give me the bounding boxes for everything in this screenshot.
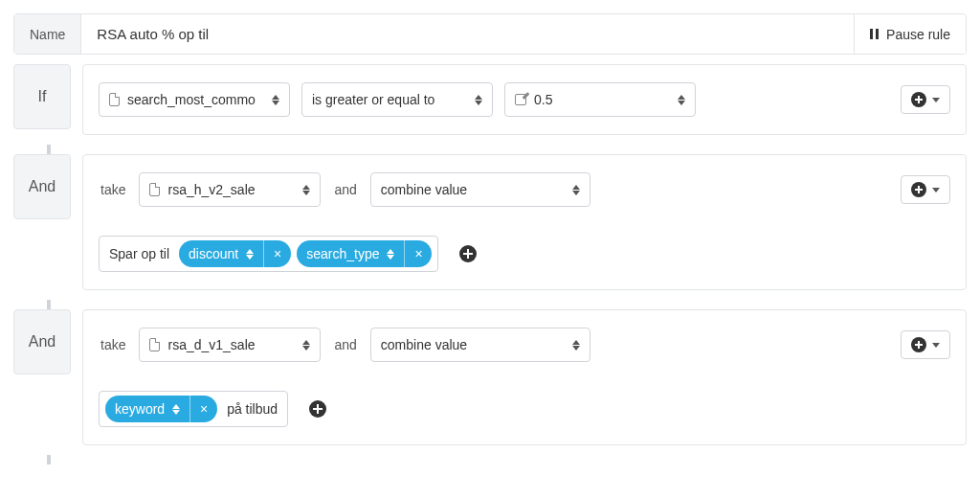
chip-keyword[interactable]: keyword × — [105, 396, 217, 422]
chip-label: search_type — [306, 246, 379, 261]
plus-icon — [911, 182, 926, 197]
sort-icon — [475, 95, 482, 105]
sort-icon — [387, 249, 394, 260]
rule-tag-and: And — [13, 154, 71, 219]
take-field-value: rsa_d_v1_sale — [167, 337, 255, 352]
sort-icon — [246, 249, 254, 260]
rule-body-and-1: take rsa_h_v2_sale and combine value — [82, 154, 967, 290]
pause-rule-button[interactable]: Pause rule — [854, 14, 966, 54]
action-select[interactable]: combine value — [370, 172, 590, 207]
rule-editor: Name Pause rule If search_most_commo is … — [13, 13, 967, 464]
rule-block-and-2: And take rsa_d_v1_sale and combine value — [13, 309, 967, 445]
file-icon — [149, 338, 160, 351]
sort-icon — [172, 404, 180, 415]
token-suffix: på tilbud — [223, 401, 281, 417]
chip-discount[interactable]: discount × — [179, 240, 291, 267]
token-prefix: Spar op til — [105, 246, 173, 261]
condition-field-select[interactable]: search_most_commo — [99, 82, 290, 117]
token-row[interactable]: Spar op til discount × search_type — [99, 236, 438, 272]
sort-icon — [302, 185, 310, 195]
name-label: Name — [14, 14, 81, 54]
connector-row — [13, 145, 967, 154]
chip-label: discount — [189, 246, 238, 261]
chip-label: keyword — [115, 401, 165, 417]
action-value: combine value — [381, 337, 467, 352]
condition-value-select[interactable]: 0.5 — [504, 82, 696, 117]
add-condition-button[interactable] — [901, 85, 950, 114]
plus-icon — [911, 92, 926, 107]
take-field-value: rsa_h_v2_sale — [167, 182, 255, 197]
action-value: combine value — [381, 182, 467, 197]
plus-icon — [459, 245, 477, 262]
sort-icon — [572, 185, 580, 195]
caret-down-icon — [932, 343, 940, 348]
sort-icon — [302, 340, 310, 351]
rule-tag-if: If — [13, 64, 71, 129]
take-field-select[interactable]: rsa_d_v1_sale — [139, 328, 321, 362]
add-action-button[interactable] — [901, 175, 950, 204]
token-line: Spar op til discount × search_type — [99, 236, 950, 272]
plus-icon — [309, 400, 326, 418]
caret-down-icon — [932, 188, 940, 192]
token-line: keyword × på tilbud — [99, 391, 950, 427]
edit-icon — [515, 94, 526, 105]
connector-line — [47, 145, 51, 154]
condition-value: 0.5 — [534, 92, 552, 107]
chip-remove-button[interactable]: × — [264, 240, 291, 267]
file-icon — [149, 183, 160, 196]
connector-line — [47, 455, 51, 464]
pause-rule-label: Pause rule — [886, 27, 950, 42]
take-field-select[interactable]: rsa_h_v2_sale — [139, 172, 321, 207]
rule-tag-and: And — [13, 309, 71, 374]
name-input-wrap — [81, 14, 854, 54]
chip-search-type[interactable]: search_type × — [297, 240, 432, 267]
token-row[interactable]: keyword × på tilbud — [99, 391, 288, 427]
add-token-button[interactable] — [309, 400, 326, 418]
plus-icon — [911, 337, 926, 352]
action-select[interactable]: combine value — [370, 328, 590, 362]
sort-icon — [572, 340, 580, 351]
name-row: Name Pause rule — [13, 13, 967, 55]
add-action-button[interactable] — [901, 330, 950, 359]
connector-row — [13, 300, 967, 309]
add-token-button[interactable] — [459, 245, 477, 262]
take-line: take rsa_d_v1_sale and combine value — [99, 328, 950, 362]
sort-icon — [272, 95, 279, 105]
and-label: and — [332, 182, 358, 197]
connector-line — [47, 300, 51, 309]
chip-remove-button[interactable]: × — [405, 240, 432, 267]
condition-operator-select[interactable]: is greater or equal to — [301, 82, 493, 117]
rule-body-and-2: take rsa_d_v1_sale and combine value — [82, 309, 967, 445]
sort-icon — [678, 95, 685, 105]
take-line: take rsa_h_v2_sale and combine value — [99, 172, 950, 207]
condition-line: search_most_commo is greater or equal to… — [99, 82, 950, 117]
rule-body-if: search_most_commo is greater or equal to… — [82, 64, 967, 135]
and-label: and — [332, 337, 358, 352]
caret-down-icon — [932, 98, 940, 102]
take-label: take — [99, 337, 127, 352]
rule-block-and-1: And take rsa_h_v2_sale and combine value — [13, 154, 967, 290]
file-icon — [109, 93, 120, 106]
pause-icon — [870, 29, 879, 39]
condition-operator-value: is greater or equal to — [312, 92, 434, 107]
chip-remove-button[interactable]: × — [190, 396, 217, 422]
rule-name-input[interactable] — [81, 14, 854, 54]
rule-block-if: If search_most_commo is greater or equal… — [13, 64, 967, 135]
connector-row — [13, 455, 967, 464]
take-label: take — [99, 182, 127, 197]
condition-field-value: search_most_commo — [127, 92, 256, 107]
